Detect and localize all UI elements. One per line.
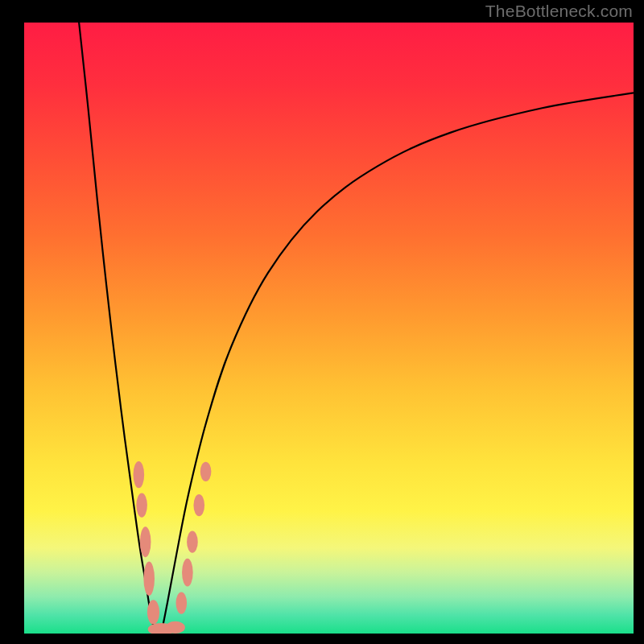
chart-frame: TheBottleneck.com: [0, 0, 644, 644]
data-marker: [166, 621, 185, 634]
curve-layer: [24, 23, 634, 634]
marker-layer: [134, 461, 212, 634]
data-marker: [182, 559, 193, 587]
data-marker: [193, 494, 204, 516]
right-curve: [161, 93, 634, 634]
data-marker: [143, 561, 155, 596]
data-marker: [200, 462, 212, 481]
watermark-text: TheBottleneck.com: [485, 2, 633, 21]
data-marker: [147, 600, 159, 624]
plot-area: [24, 23, 634, 634]
data-marker: [136, 493, 147, 517]
data-marker: [175, 592, 187, 613]
data-marker: [134, 461, 145, 488]
data-marker: [187, 530, 198, 552]
data-marker: [140, 526, 151, 557]
